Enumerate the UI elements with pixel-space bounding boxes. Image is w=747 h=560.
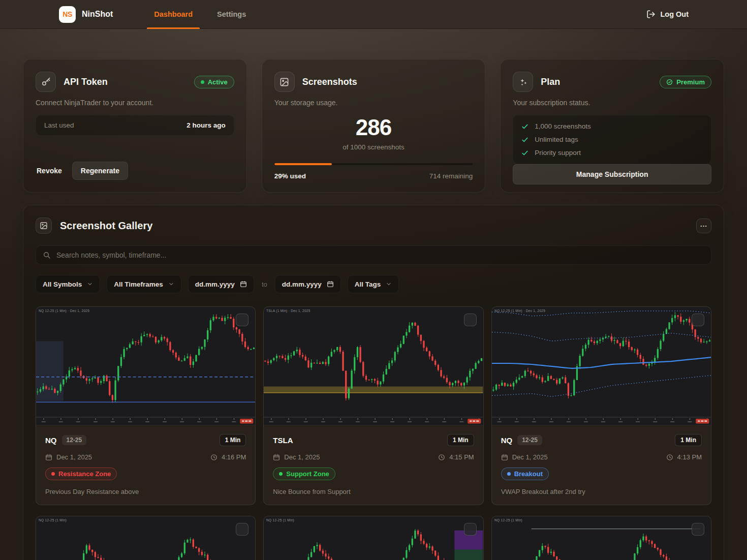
storage-progress-fill [274, 163, 332, 165]
screenshot-thumbnail[interactable]: NQ 12-25 (1 Min) [264, 516, 483, 560]
timeframes-filter-dropdown[interactable]: All Timeframes [107, 275, 181, 293]
date-to-input[interactable]: dd.mm.yyyy [275, 275, 341, 293]
screenshot-thumbnail[interactable]: NQ 12-25 (1 Min) [36, 516, 255, 560]
contract-badge: 12-25 [62, 435, 87, 445]
status-badge-active: Active [194, 76, 234, 88]
select-checkbox[interactable] [464, 523, 477, 536]
screenshot-count: 286 [274, 115, 473, 140]
gallery-grid: NQ 12-25 (1 Min) · Dec 1, 2025 NQ 12-25 … [36, 306, 711, 560]
svg-text:TSLA (1 Min) · Dec 1, 2025: TSLA (1 Min) · Dec 1, 2025 [266, 309, 310, 313]
tag-dot-icon [279, 472, 283, 476]
image-icon [274, 72, 295, 92]
date-label: Dec 1, 2025 [512, 453, 548, 461]
tag-pill[interactable]: Support Zone [273, 468, 335, 480]
svg-text:NQ 12-25 (1 Min): NQ 12-25 (1 Min) [39, 518, 67, 522]
screenshot-thumbnail[interactable]: NQ 12-25 (1 Min) · Dec 1, 2025 [36, 307, 255, 425]
last-used-value: 2 hours ago [186, 121, 226, 129]
tag-label: Support Zone [286, 470, 329, 478]
check-icon [521, 123, 528, 130]
time-label: 4:15 PM [449, 453, 474, 461]
plan-features-box: 1,000 screenshots Unlimited tags Priorit… [513, 115, 711, 164]
timeframe-badge: 1 Min [447, 434, 474, 446]
screenshot-thumbnail[interactable]: NQ 12-25 (1 Min) · Dec 1, 2025 [492, 307, 711, 425]
ellipsis-icon: ... [700, 221, 707, 228]
gallery-item[interactable]: NQ 12-25 (1 Min) · Dec 1, 2025 NQ 12-25 … [491, 306, 711, 505]
svg-text:NQ 12-25 (1 Min) · Dec 1, 2025: NQ 12-25 (1 Min) · Dec 1, 2025 [39, 309, 89, 313]
chevron-down-icon [87, 281, 93, 287]
gallery-item[interactable]: NQ 12-25 (1 Min) · Dec 1, 2025 NQ 12-25 … [36, 306, 256, 505]
date-label: Dec 1, 2025 [56, 453, 92, 461]
select-checkbox[interactable] [464, 314, 477, 326]
check-circle-icon [666, 79, 673, 85]
candlestick-chart-image: NQ 12-25 (1 Min) [264, 516, 483, 560]
logout-label: Log Out [660, 10, 689, 18]
candlestick-chart-image: NQ 12-25 (1 Min) · Dec 1, 2025 [492, 307, 711, 425]
nav-tab-settings[interactable]: Settings [214, 0, 249, 29]
calendar-icon [327, 281, 334, 288]
gallery-item[interactable]: TSLA (1 Min) · Dec 1, 2025 TSLA 1 Min De… [263, 306, 483, 505]
symbol-label: NQ [501, 436, 513, 445]
clock-icon [210, 454, 217, 461]
gallery-more-button[interactable]: ... [696, 219, 711, 233]
plan-feature: 1,000 screenshots [521, 122, 703, 130]
screenshot-count-sub: of 1000 screenshots [274, 143, 473, 151]
candlestick-chart-image: NQ 12-25 (1 Min) · Dec 1, 2025 [36, 307, 255, 425]
select-checkbox[interactable] [236, 523, 248, 536]
select-checkbox[interactable] [236, 314, 248, 326]
check-icon [521, 136, 528, 143]
date-from-input[interactable]: dd.mm.yyyy [188, 275, 254, 293]
gallery-item[interactable]: NQ 12-25 (1 Min) [36, 516, 256, 560]
storage-remaining-label: 714 remaining [429, 172, 473, 180]
calendar-icon [501, 454, 508, 461]
app-logo: NS [59, 6, 76, 23]
tag-label: Resistance Zone [58, 470, 111, 478]
gallery-item[interactable]: NQ 12-25 (1 Min) [263, 516, 483, 560]
logout-button[interactable]: Log Out [646, 10, 689, 19]
top-nav: NS NinShot Dashboard Settings Log Out [0, 0, 747, 29]
screenshots-subtitle: Your storage usage. [274, 99, 473, 107]
chevron-down-icon [386, 281, 392, 287]
regenerate-button[interactable]: Regenerate [72, 162, 128, 180]
candlestick-chart-image: TSLA (1 Min) · Dec 1, 2025 [264, 307, 483, 425]
brand-name: NinShot [82, 10, 113, 19]
screenshot-meta: TSLA 1 Min Dec 1, 2025 4:15 PM Support Z… [264, 425, 483, 505]
select-checkbox[interactable] [692, 314, 704, 326]
gallery-item[interactable]: NQ 12-25 (1 Min) [491, 516, 711, 560]
storage-used-label: 29% used [274, 172, 306, 180]
symbols-filter-dropdown[interactable]: All Symbols [36, 275, 100, 293]
symbol-label: NQ [45, 436, 57, 445]
gallery-image-icon [36, 217, 52, 234]
date-range-to-label: to [262, 281, 267, 288]
svg-text:NQ 12-25 (1 Min): NQ 12-25 (1 Min) [266, 518, 294, 522]
screenshot-gallery-card: Screenshot Gallery ... All Symbols All T… [23, 205, 724, 560]
screenshot-meta: NQ 12-25 1 Min Dec 1, 2025 4:13 PM Break… [492, 425, 711, 505]
tag-pill[interactable]: Breakout [501, 468, 549, 480]
date-label: Dec 1, 2025 [284, 453, 320, 461]
plan-card: Plan Premium Your subscription status. 1… [500, 59, 724, 193]
select-checkbox[interactable] [692, 523, 704, 536]
sparkles-icon [513, 72, 533, 92]
screenshots-card: Screenshots Your storage usage. 286 of 1… [262, 59, 486, 193]
nav-tab-dashboard[interactable]: Dashboard [151, 0, 196, 29]
screenshot-thumbnail[interactable]: TSLA (1 Min) · Dec 1, 2025 [264, 307, 483, 425]
screenshot-meta: NQ 12-25 1 Min Dec 1, 2025 4:16 PM Resis… [36, 425, 255, 505]
check-icon [521, 149, 528, 157]
screenshot-thumbnail[interactable]: NQ 12-25 (1 Min) [492, 516, 711, 560]
screenshots-title: Screenshots [302, 77, 357, 87]
tags-filter-dropdown[interactable]: All Tags [348, 275, 399, 293]
tag-dot-icon [51, 472, 55, 476]
last-used-box: Last used 2 hours ago [36, 115, 234, 136]
revoke-button[interactable]: Revoke [36, 162, 63, 179]
calendar-icon [45, 454, 52, 461]
clock-icon [666, 454, 673, 461]
tag-pill[interactable]: Resistance Zone [45, 468, 117, 480]
time-label: 4:13 PM [677, 453, 702, 461]
svg-text:NQ 12-25 (1 Min) · Dec 1, 2025: NQ 12-25 (1 Min) · Dec 1, 2025 [494, 309, 545, 313]
plan-title: Plan [541, 77, 560, 87]
candlestick-chart-image: NQ 12-25 (1 Min) [492, 516, 711, 560]
timeframe-badge: 1 Min [675, 434, 702, 446]
manage-subscription-button[interactable]: Manage Subscription [513, 164, 711, 184]
api-token-card: API Token Active Connect NinjaTrader to … [23, 59, 247, 193]
calendar-icon [273, 454, 280, 461]
search-input[interactable] [36, 245, 711, 265]
